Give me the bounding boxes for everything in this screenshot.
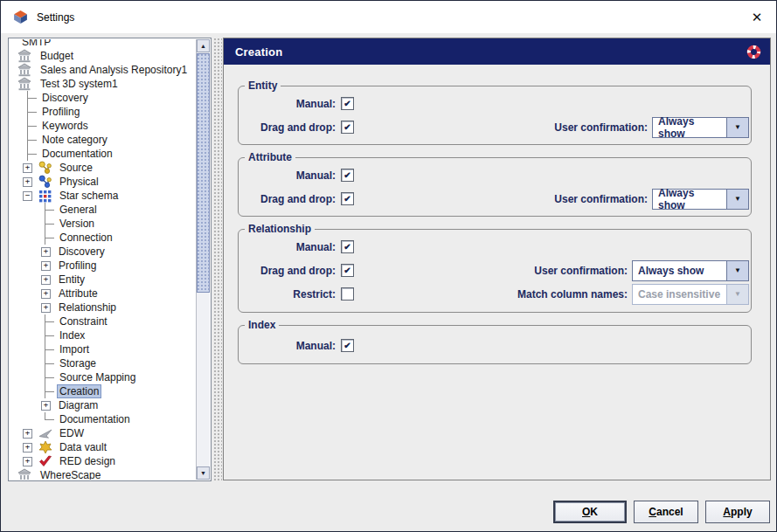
tree-item-label: Physical	[58, 176, 101, 188]
group-title: Index	[245, 319, 279, 331]
tree-item-keywords[interactable]: Keywords	[10, 119, 196, 133]
tree-item-constraint[interactable]: Constraint	[10, 314, 196, 328]
checkbox-label: Drag and drop:	[239, 193, 336, 205]
scrollbar-up-icon[interactable]: ▲	[197, 39, 210, 52]
tree-item-label: Budget	[38, 50, 75, 62]
tree-item-sales-and-analysis-repository1[interactable]: Sales and Analysis Repository1	[10, 63, 196, 77]
expand-plus-icon[interactable]: +	[23, 177, 32, 187]
tree-branch-line	[27, 105, 38, 119]
tree-item-documentation[interactable]: Documentation	[10, 412, 196, 426]
panel-splitter[interactable]	[213, 38, 222, 481]
drag-and-drop-checkbox[interactable]: ✔	[341, 121, 354, 134]
tree-item-import[interactable]: Import	[10, 342, 196, 356]
chevron-down-icon[interactable]: ▼	[726, 118, 748, 137]
tree-scrollbar[interactable]: ▲ ▼	[196, 39, 210, 480]
close-icon[interactable]: ✕	[746, 7, 767, 28]
tree-item-attribute[interactable]: +Attribute	[10, 287, 196, 301]
tree-item-general[interactable]: General	[10, 203, 196, 217]
tree-item-profiling[interactable]: +Profiling	[10, 259, 196, 273]
tree-item-budget[interactable]: Budget	[10, 49, 196, 63]
tree-item-index[interactable]: Index	[10, 328, 196, 342]
tree-item-discovery[interactable]: Discovery	[10, 91, 196, 105]
help-lifebuoy-icon[interactable]	[746, 45, 761, 59]
manual-checkbox[interactable]: ✔	[341, 339, 354, 352]
manual-checkbox[interactable]: ✔	[341, 169, 354, 182]
manual-checkbox[interactable]: ✔	[341, 97, 354, 110]
tree-branch-line	[45, 328, 55, 342]
tree-item-test-3d-system1[interactable]: Test 3D system1	[10, 77, 196, 91]
edw-icon	[38, 426, 52, 440]
expand-plus-icon[interactable]: +	[41, 289, 51, 299]
tree-item-connection[interactable]: Connection	[10, 231, 196, 245]
cancel-button[interactable]: Cancel	[634, 501, 698, 523]
tree-item-version[interactable]: Version	[10, 217, 196, 231]
tree-branch-line	[27, 147, 38, 161]
right-field-group: User confirmation: Always show ▼	[534, 260, 749, 281]
expand-plus-icon[interactable]: +	[23, 457, 32, 466]
checkbox-label: Restrict:	[239, 288, 336, 301]
button-label: K	[590, 506, 598, 518]
tree-item-storage[interactable]: Storage	[10, 356, 196, 370]
drag-and-drop-checkbox[interactable]: ✔	[341, 264, 354, 277]
expand-plus-icon[interactable]: +	[41, 275, 51, 285]
expand-plus-icon[interactable]: +	[23, 443, 32, 453]
tree-item-wherescape[interactable]: WhereScape	[10, 468, 196, 480]
apply-button[interactable]: Apply	[705, 501, 770, 523]
chevron-down-icon[interactable]: ▼	[726, 190, 748, 209]
bank-icon	[17, 49, 31, 63]
tree-item-star-schema[interactable]: −Star schema	[10, 189, 196, 203]
tree-item-relationship[interactable]: +Relationship	[10, 301, 196, 314]
tree-item-diagram[interactable]: +Diagram	[10, 398, 196, 412]
tree-branch-line	[45, 384, 55, 398]
user-confirmation-select[interactable]: Always show ▼	[652, 117, 749, 138]
right-field-group: User confirmation: Always show ▼	[554, 117, 749, 138]
manual-checkbox[interactable]: ✔	[341, 240, 354, 253]
tree-item-label: Creation	[58, 385, 101, 397]
match-column-names-select: Case insensitive ▼	[632, 284, 749, 305]
collapse-minus-icon[interactable]: −	[23, 191, 32, 201]
expand-plus-icon[interactable]: +	[41, 261, 51, 271]
scrollbar-down-icon[interactable]: ▼	[197, 466, 210, 480]
tree-item-smtp[interactable]: SMTP	[10, 39, 196, 49]
tree-item-label: Connection	[58, 231, 114, 244]
tree-item-profiling[interactable]: Profiling	[10, 105, 196, 119]
restrict-checkbox[interactable]	[341, 287, 354, 301]
tree-item-creation[interactable]: Creation	[10, 384, 196, 398]
checkbox-label: Manual:	[239, 241, 336, 253]
tree-branch-line	[45, 342, 55, 356]
expand-plus-icon[interactable]: +	[23, 429, 32, 439]
title-bar[interactable]: Settings ✕	[1, 1, 776, 33]
tree-item-red-design[interactable]: +RED design	[10, 454, 196, 468]
user-confirmation-select[interactable]: Always show ▼	[632, 260, 749, 281]
chevron-down-icon[interactable]: ▼	[726, 261, 748, 280]
tree-item-source-mapping[interactable]: Source Mapping	[10, 370, 196, 384]
tree-item-label: Source	[58, 162, 94, 174]
select-label: User confirmation:	[554, 121, 648, 134]
tree-item-label: Profiling	[57, 259, 98, 272]
window-title: Settings	[37, 11, 74, 24]
group-attribute: Attribute Manual: ✔ Drag and drop: ✔ Use…	[238, 157, 752, 217]
expand-plus-icon[interactable]: +	[41, 247, 51, 257]
tree-item-source[interactable]: +Source	[10, 161, 196, 175]
expand-plus-icon[interactable]: +	[23, 163, 32, 173]
tree-item-data-vault[interactable]: +Data vault	[10, 440, 196, 454]
tree-branch-line	[27, 119, 38, 133]
user-confirmation-select[interactable]: Always show ▼	[652, 189, 749, 210]
tree-item-label: WhereScape	[38, 469, 102, 480]
tree-item-physical[interactable]: +Physical	[10, 175, 196, 189]
checkbox-label: Manual:	[239, 340, 336, 352]
scrollbar-thumb[interactable]	[197, 53, 210, 293]
tree-item-documentation[interactable]: Documentation	[10, 147, 196, 161]
expand-plus-icon[interactable]: +	[41, 303, 51, 313]
drag-and-drop-checkbox[interactable]: ✔	[341, 192, 354, 205]
tree-item-note-category[interactable]: Note category	[10, 133, 196, 147]
tree-item-label: Documentation	[58, 413, 132, 425]
tree-item-edw[interactable]: +EDW	[10, 426, 196, 440]
ok-button[interactable]: OK	[553, 501, 627, 523]
bank-icon	[17, 468, 31, 480]
tree-item-label: Import	[58, 343, 91, 356]
tree-item-discovery[interactable]: +Discovery	[10, 245, 196, 259]
expand-plus-icon[interactable]: +	[41, 401, 51, 411]
tree-item-entity[interactable]: +Entity	[10, 273, 196, 287]
tree-branch-line	[45, 217, 55, 231]
